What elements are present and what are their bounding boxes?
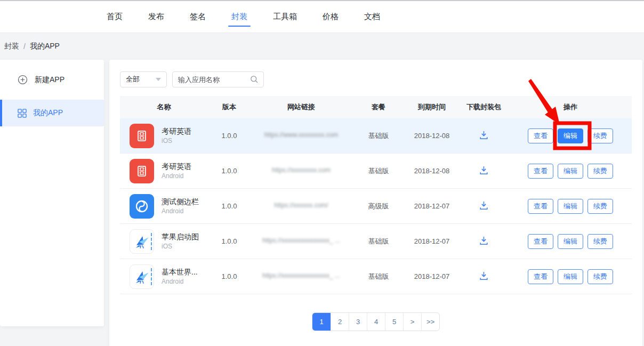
app-platform: Android [162,207,199,215]
col-header-plan: 套餐 [352,102,405,112]
app-version: 1.0.0 [208,202,251,210]
app-expiry: 2018-12-07 [405,237,458,245]
app-plan: 基础版 [352,166,405,176]
app-url-blurred: https://xxxxxxxxxxxxxxx_ ... [262,272,340,279]
view-button[interactable]: 查看 [528,269,553,284]
col-header-url: 网站链接 [251,102,352,112]
app-expiry: 2018-12-08 [405,132,458,140]
app-expiry: 2018-12-07 [405,272,458,280]
app-url-blurred: https://xxxxxxxxxxxxxxx_ ... [262,237,340,244]
download-icon[interactable] [478,200,489,211]
page-1-active[interactable]: 1 [312,313,331,331]
renew-button[interactable]: 续费 [587,269,613,284]
search-icon[interactable] [249,75,259,84]
origami-bird-app-icon [130,229,154,254]
download-icon[interactable] [478,270,489,281]
nav-item-sign[interactable]: 签名 [189,1,207,33]
next-page-button[interactable]: > [403,313,421,331]
col-header-version: 版本 [208,102,251,112]
renew-button[interactable]: 续费 [587,128,613,143]
edit-button[interactable]: 编辑 [558,234,583,249]
app-version: 1.0.0 [208,132,251,140]
app-platform: Android [162,277,198,286]
sidebar-item-my-app[interactable]: 我的APP [0,100,104,126]
nav-item-publish[interactable]: 发布 [147,1,165,33]
chevron-down-icon [156,78,161,81]
app-version: 1.0.0 [208,272,251,280]
breadcrumb: 封装 / 我的APP [0,33,644,60]
app-plan: 基础版 [352,237,405,246]
sidebar-item-label: 新建APP [35,75,65,85]
pagination: 1 2 3 4 5 > >> [312,312,440,331]
origami-bird-app-icon [130,264,154,289]
main-panel: 全部 名称 版本 网站链接 套餐 到期时间 下载封装包 操作 [109,60,642,346]
page-3[interactable]: 3 [349,313,367,331]
table-row: 苹果启动图 iOS 1.0.0 https://xxxxxxxxxxxxxxx_… [120,224,632,259]
category-select-value: 全部 [126,75,140,84]
s-logo-app-icon [130,194,154,219]
col-header-actions: 操作 [509,102,632,112]
breadcrumb-separator: / [23,42,26,51]
app-url-blurred: https://xxxxxx.com/ [274,202,328,209]
app-plan: 高级版 [352,202,405,211]
col-header-download: 下载封装包 [458,102,509,112]
view-button[interactable]: 查看 [528,199,553,214]
nav-item-toolbox[interactable]: 工具箱 [272,1,298,33]
app-platform: Android [162,172,191,180]
app-name: 基本世界... [162,267,198,277]
table-row: 测试侧边栏 Android 1.0.0 https://xxxxxx.com/ … [120,189,632,224]
renew-button[interactable]: 续费 [587,199,613,214]
col-header-expiry: 到期时间 [405,102,458,112]
top-nav: 首页 发布 签名 封装 工具箱 价格 文档 [0,1,644,33]
app-name: 考研英语 [162,126,191,136]
page-4[interactable]: 4 [367,313,385,331]
sidebar-item-label: 我的APP [33,108,63,118]
renew-button[interactable]: 续费 [587,234,613,249]
app-url-blurred: https://www.xxxxxxxx.com [264,131,339,139]
page-2[interactable]: 2 [331,313,349,331]
edit-button[interactable]: 编辑 [558,164,583,179]
search-box [172,71,264,87]
app-url-blurred: https://xxxxxxxx.com [272,166,331,174]
download-icon[interactable] [478,165,489,176]
app-version: 1.0.0 [208,237,251,245]
app-version: 1.0.0 [208,167,251,175]
view-button[interactable]: 查看 [528,234,553,249]
app-name: 考研英语 [162,162,191,172]
film-app-icon [130,124,154,148]
app-name: 测试侧边栏 [162,197,199,207]
plus-circle-icon [18,75,28,85]
nav-item-docs[interactable]: 文档 [363,1,381,33]
app-plan: 基础版 [352,131,405,141]
page-5[interactable]: 5 [385,313,403,331]
app-platform: iOS [162,136,191,145]
film-app-icon [130,159,154,183]
app-plan: 基础版 [352,272,405,281]
download-icon[interactable] [478,235,489,246]
edit-button-highlighted[interactable]: 编辑 [558,128,583,143]
view-button[interactable]: 查看 [528,164,553,179]
table-header-row: 名称 版本 网站链接 套餐 到期时间 下载封装包 操作 [120,96,632,118]
nav-item-price[interactable]: 价格 [321,1,340,33]
grid-icon [18,109,27,118]
search-input[interactable] [178,76,249,84]
download-icon[interactable] [478,130,489,141]
edit-button[interactable]: 编辑 [558,269,583,284]
sidebar: 新建APP 我的APP [0,60,104,326]
table-row: 考研英语 iOS 1.0.0 https://www.xxxxxxxx.com … [120,118,632,154]
breadcrumb-current: 我的APP [30,42,60,51]
app-expiry: 2018-12-08 [405,167,458,175]
breadcrumb-parent[interactable]: 封装 [4,42,19,51]
nav-item-package-active[interactable]: 封装 [230,1,248,33]
last-page-button[interactable]: >> [421,313,439,331]
view-button[interactable]: 查看 [528,128,553,143]
edit-button[interactable]: 编辑 [558,199,583,214]
nav-item-home[interactable]: 首页 [106,1,124,33]
category-select[interactable]: 全部 [120,71,167,87]
col-header-name: 名称 [120,102,208,112]
app-name: 苹果启动图 [162,232,199,242]
sidebar-item-new-app[interactable]: 新建APP [0,60,104,100]
filter-bar: 全部 [120,71,642,87]
table-row: 考研英语 Android 1.0.0 https://xxxxxxxx.com … [120,154,632,189]
renew-button[interactable]: 续费 [587,164,613,179]
